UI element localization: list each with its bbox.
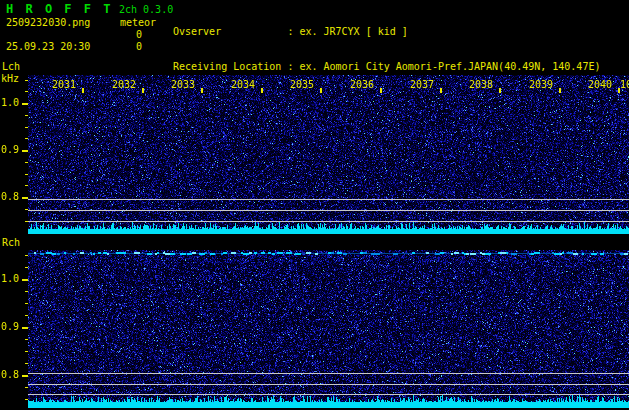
time-tick-label: 2035 xyxy=(290,79,314,90)
axis-tick xyxy=(22,375,28,377)
axis-tick xyxy=(25,127,28,128)
frequency-unit-label: kHz xyxy=(1,73,19,84)
axis-tick xyxy=(25,221,28,222)
axis-tick xyxy=(22,327,28,329)
axis-tick xyxy=(499,88,501,93)
axis-tick xyxy=(25,80,28,81)
time-tick-label: 2032 xyxy=(112,79,136,90)
app-version: 2ch 0.3.0 xyxy=(119,4,173,15)
rch-ytick-label-1_0: 1.0 xyxy=(1,273,23,284)
time-tick-label: 2038 xyxy=(469,79,493,90)
axis-tick xyxy=(25,267,28,268)
lch-ytick-label-1_0: 1.0 xyxy=(1,97,23,108)
timestamp: 25.09.23 20:30 xyxy=(6,41,90,52)
axis-tick xyxy=(25,138,28,139)
axis-tick xyxy=(25,209,28,210)
meteor-count-upper: 0 xyxy=(136,29,142,40)
time-tick-label: 2036 xyxy=(350,79,374,90)
rch-ytick-label-0_9: 0.9 xyxy=(1,321,23,332)
axis-tick xyxy=(25,174,28,175)
axis-tick xyxy=(25,363,28,364)
lch-ytick-label-0_8: 0.8 xyxy=(1,191,23,202)
axis-tick xyxy=(618,88,620,93)
axis-tick xyxy=(25,115,28,116)
time-tick-label: 2034 xyxy=(231,79,255,90)
axis-tick xyxy=(440,88,442,93)
location-line: Receiving Location : ex. Aomori City Aom… xyxy=(173,60,629,73)
axis-tick xyxy=(201,88,203,93)
rch-spectrogram-canvas xyxy=(28,250,629,408)
time-tick-label: 2031 xyxy=(52,79,76,90)
observer-line: Ovserver : ex. JR7CYX [ kid ] xyxy=(173,25,629,38)
axis-tick xyxy=(82,88,84,93)
lch-spectrogram-canvas xyxy=(28,75,629,234)
axis-tick xyxy=(25,339,28,340)
lch-channel-label: Lch xyxy=(2,61,20,72)
axis-tick xyxy=(25,91,28,92)
time-tick-label: 2037 xyxy=(410,79,434,90)
axis-tick xyxy=(22,279,28,281)
time-tick-label: 2040 xyxy=(588,79,612,90)
axis-tick xyxy=(380,88,382,93)
axis-tick xyxy=(25,162,28,163)
time-tick-label: 2039 xyxy=(529,79,553,90)
axis-tick xyxy=(25,351,28,352)
axis-tick xyxy=(25,315,28,316)
axis-tick xyxy=(25,185,28,186)
output-filename: 2509232030.png xyxy=(6,17,90,28)
lch-ytick-label-0_9: 0.9 xyxy=(1,144,23,155)
axis-tick xyxy=(320,88,322,93)
axis-tick xyxy=(25,255,28,256)
axis-tick xyxy=(25,399,28,400)
axis-tick xyxy=(25,291,28,292)
axis-tick xyxy=(559,88,561,93)
rch-ytick-label-0_8: 0.8 xyxy=(1,369,23,380)
axis-tick xyxy=(261,88,263,93)
mode-label: meteor xyxy=(120,17,156,28)
axis-tick xyxy=(25,303,28,304)
axis-tick xyxy=(22,150,28,152)
axis-tick xyxy=(22,197,28,199)
time-tick-label-partial: 10 xyxy=(620,79,629,90)
meteor-count-lower: 0 xyxy=(136,41,142,52)
axis-tick xyxy=(25,387,28,388)
rch-channel-label: Rch xyxy=(2,237,20,248)
app-title: H R O F F T xyxy=(6,2,113,16)
axis-tick xyxy=(142,88,144,93)
axis-tick xyxy=(22,103,28,105)
hrofft-screen: H R O F F T 2ch 0.3.0 2509232030.png met… xyxy=(0,0,629,410)
time-tick-label: 2033 xyxy=(171,79,195,90)
